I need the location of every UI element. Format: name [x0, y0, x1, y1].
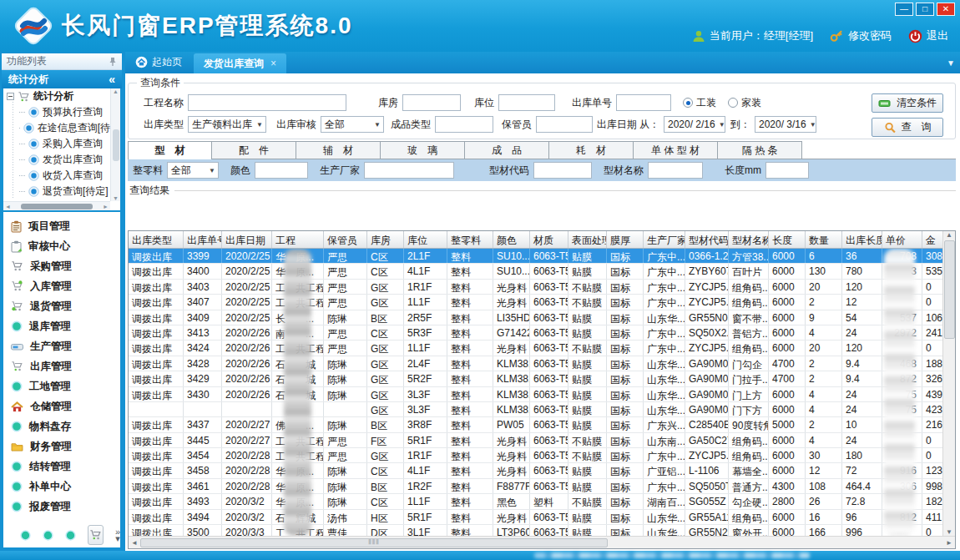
sidebar-item-入库管理[interactable]: 入库管理: [3, 276, 120, 296]
material-tab[interactable]: 成 品: [465, 141, 549, 159]
grid-horizontal-scrollbar[interactable]: ◄⦀⦀⦀►: [129, 536, 955, 548]
sidebar-item-退货管理[interactable]: 退货管理: [3, 296, 120, 316]
keeper-input[interactable]: [536, 116, 593, 133]
tree-item[interactable]: 在途信息查询[待: [3, 120, 110, 136]
column-header[interactable]: 生产厂家: [644, 231, 685, 248]
tree-item[interactable]: 收货入库查询: [3, 168, 110, 184]
tree-root[interactable]: 统计分析: [3, 88, 110, 104]
table-row[interactable]: 调拨出库34002020/2/25华 原...严思C区4L1F整料SU10...…: [129, 264, 947, 279]
tree-vertical-scrollbar[interactable]: ▲▼: [110, 88, 120, 201]
column-header[interactable]: 出库单号: [184, 231, 222, 248]
date-to-picker[interactable]: 2020/ 3/16▼: [755, 116, 816, 133]
table-row[interactable]: 调拨出库34372020/2/27佛 ...陈琳B区3R8F整料PW056063…: [129, 417, 947, 432]
material-tab[interactable]: 隔 热 条: [718, 141, 802, 159]
circle-icon[interactable]: [65, 530, 76, 541]
column-header[interactable]: 长度: [769, 231, 806, 248]
tree-item[interactable]: 预算执行查询: [3, 104, 110, 120]
table-row[interactable]: 调拨出库34282020/2/26石 城陈琳G区2L4F整料KLM3817606…: [129, 356, 947, 371]
table-row[interactable]: 调拨出库34032020/2/25工 共工程严思G区1R1F整料光身料6063-…: [129, 280, 947, 295]
table-row[interactable]: 调拨出库34292020/2/26石 城陈琳G区5R2F整料KLM3817606…: [129, 371, 947, 386]
sidebar-item-出库管理[interactable]: 出库管理: [3, 356, 120, 376]
outbound-audit-select[interactable]: 全部▼: [321, 116, 384, 133]
column-header[interactable]: 出库长度: [842, 231, 882, 248]
material-tab[interactable]: 型 材: [128, 141, 212, 159]
sidebar-item-补单中心[interactable]: 补单中心: [3, 477, 120, 497]
sidebar-item-财务管理[interactable]: 财务管理: [3, 436, 120, 457]
sidebar-item-审核中心[interactable]: 审核中心: [3, 236, 120, 256]
table-row[interactable]: 调拨出库33992020/2/25华 原...严思C区2L1F整料SU10...…: [129, 249, 947, 264]
table-row[interactable]: 调拨出库34302020/2/26石 城陈琳G区3L3F整料KLM3817606…: [129, 387, 947, 402]
radio-jiazhuang[interactable]: 家装: [728, 96, 761, 110]
tab-close-icon[interactable]: ×: [270, 58, 276, 69]
column-header[interactable]: 出库日期: [222, 231, 272, 248]
close-button[interactable]: ✕: [937, 3, 955, 16]
length-input[interactable]: [765, 162, 809, 179]
table-row[interactable]: 调拨出库34242020/2/26工 共工程严思G区1L1F整料光身料6063-…: [129, 341, 947, 356]
factory-input[interactable]: [364, 162, 454, 179]
cart-panel-button[interactable]: [88, 525, 104, 545]
column-header[interactable]: 材质: [530, 231, 568, 248]
table-row[interactable]: 调拨出库34452020/2/27工 共工程严思F区5R1F整料光身料6063-…: [129, 433, 947, 448]
column-header[interactable]: 数量: [806, 231, 842, 248]
tree-item[interactable]: 采购入库查询: [3, 136, 110, 152]
circle-icon[interactable]: [43, 530, 53, 541]
table-row[interactable]: 调拨出库34942020/3/2石 辉城汤伟H区5R1F整料光身料6063-T5…: [129, 510, 947, 525]
sidebar-item-退库管理[interactable]: 退库管理: [3, 316, 120, 336]
minimize-button[interactable]: —: [895, 3, 913, 16]
material-tab[interactable]: 配 件: [212, 141, 296, 159]
tree-horizontal-scrollbar[interactable]: ◄►: [3, 201, 110, 210]
sidebar-item-生产管理[interactable]: 生产管理: [3, 336, 120, 356]
warehouse-input[interactable]: [402, 94, 461, 111]
column-header[interactable]: 颜色: [493, 231, 530, 248]
table-row[interactable]: 调拨出库34612020/2/28华 原...陈琳B区1R2F整料F8877FT…: [129, 479, 947, 494]
search-button[interactable]: 查 询: [872, 118, 943, 137]
sidebar-item-结转管理[interactable]: 结转管理: [3, 457, 120, 477]
material-tab[interactable]: 单 体 型 材: [634, 141, 718, 159]
material-tab[interactable]: 辅 材: [296, 141, 381, 159]
table-row[interactable]: 调拨出库34542020/2/28工 共工程严思G区1R1F整料光身料6063-…: [129, 448, 947, 463]
clear-conditions-button[interactable]: 清空条件: [872, 93, 943, 113]
sidebar-item-物料盘存[interactable]: 物料盘存: [3, 416, 120, 436]
table-row[interactable]: 调拨出库34132020/2/26南 ...严思C区5R3F整料G7142260…: [129, 325, 947, 341]
change-password-button[interactable]: 修改密码: [830, 28, 892, 43]
column-header[interactable]: 表面处理: [568, 231, 607, 248]
sidebar-item-工地管理[interactable]: 工地管理: [3, 376, 120, 396]
material-tab[interactable]: 耗 材: [549, 141, 634, 159]
profile-name-input[interactable]: [648, 162, 703, 179]
table-row[interactable]: 调拨出库34582020/2/28华 原...陈琳C区4L1F整料光身料6063…: [129, 463, 947, 478]
table-row[interactable]: G区3L3F整料KLM38176063-T5贴膜国标山东华...GA90M09.…: [129, 402, 947, 417]
collapse-icon[interactable]: «: [109, 73, 115, 86]
table-row[interactable]: 调拨出库34072020/2/25工 共工程严思G区1L1F整料光身料6063-…: [129, 295, 947, 310]
column-header[interactable]: 整零料: [447, 231, 493, 248]
tree-item[interactable]: 退货查询[待定]: [3, 184, 110, 199]
more-panels-button[interactable]: »▾: [115, 528, 120, 542]
sidebar-item-仓储管理[interactable]: 仓储管理: [3, 396, 120, 416]
pin-icon[interactable]: [109, 57, 117, 67]
sidebar-item-项目管理[interactable]: 项目管理: [3, 216, 120, 236]
tab-list-dropdown-icon[interactable]: ▼: [947, 58, 955, 68]
outbound-type-select[interactable]: 生产领料出库▼: [188, 116, 266, 133]
table-row[interactable]: 调拨出库34092020/2/25长 ...陈琳B区2R5F整料LI35HD60…: [129, 310, 947, 325]
column-header[interactable]: 单价: [882, 231, 922, 248]
column-header[interactable]: 型材代码: [685, 231, 729, 248]
circle-icon[interactable]: [20, 530, 31, 541]
color-input[interactable]: [255, 162, 308, 179]
product-type-input[interactable]: [435, 116, 493, 133]
tab-shipping-outbound-query[interactable]: 发货出库查询 ×: [194, 53, 286, 73]
logout-button[interactable]: 退出: [908, 28, 948, 43]
location-input[interactable]: [498, 94, 555, 111]
tab-home[interactable]: 起始页: [125, 55, 194, 73]
tree-item[interactable]: 发货出库查询: [3, 152, 110, 168]
column-header[interactable]: 出库类型: [129, 231, 184, 248]
radio-gongzhuang[interactable]: 工装: [683, 96, 716, 110]
column-header[interactable]: 库房: [367, 231, 404, 248]
column-header[interactable]: 型材名称: [729, 231, 769, 248]
sidebar-item-报废管理[interactable]: 报废管理: [3, 497, 120, 517]
grid-vertical-scrollbar[interactable]: ▲▼: [942, 231, 955, 536]
material-tab[interactable]: 玻 璃: [381, 141, 465, 159]
maximize-button[interactable]: □: [916, 3, 934, 16]
project-name-input[interactable]: [188, 94, 346, 111]
table-row[interactable]: 调拨出库34932020/3/2华 原...陈琳C区1L1F整料黑色塑料不贴膜国…: [129, 494, 947, 509]
table-row[interactable]: 调拨出库35002020/3/3工 共工程曹佳D区3L1F整料LT3P60606…: [129, 525, 947, 536]
date-from-picker[interactable]: 2020/ 2/16▼: [664, 116, 725, 133]
